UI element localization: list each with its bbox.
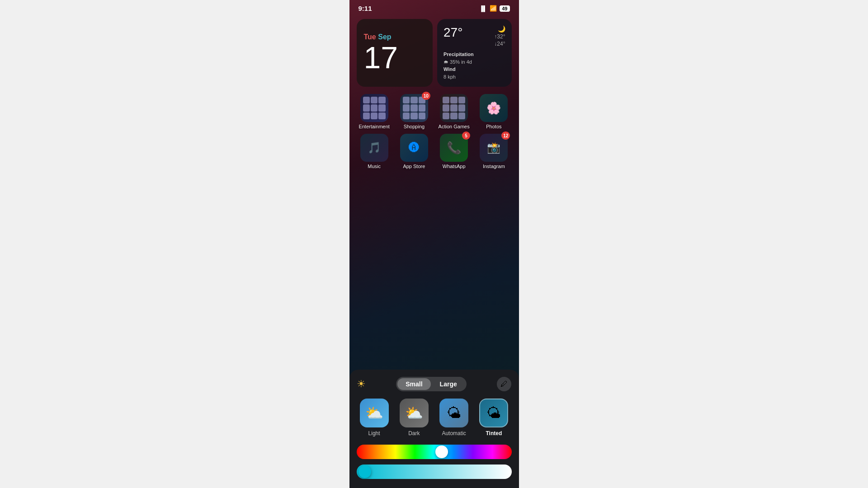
whatsapp-badge: 5 [462,131,470,140]
calendar-month-name: Sep [378,33,391,41]
bottom-panel: ☀ Small Large 🖊 ⛅ Light ⛅ [349,370,519,488]
style-tinted[interactable]: 🌤 Tinted [476,399,511,436]
panel-controls: ☀ Small Large 🖊 [357,377,512,391]
weather-wind: 8 kph [443,73,505,81]
calendar-day-name: Tue [364,33,376,41]
weather-details: Precipitation 🌧 35% in 4d Wind 8 kph [443,51,505,80]
style-dark[interactable]: ⛅ Dark [396,399,432,436]
app-entertainment[interactable]: Entertainment [357,94,392,129]
weather-temp-range: 🌙 ↑32° ↓24° [494,25,505,47]
phone-screen: 9:11 ▐▌ 📶 49 Tue Sep 17 27° [349,0,519,488]
app-icon-wrap-whatsapp: 📞 5 [440,134,468,162]
weather-high: ↑32° [494,33,505,40]
appstore-icon: 🅐 [400,134,428,162]
style-options: ⛅ Light ⛅ Dark 🌤 Automatic 🌤 [357,399,512,436]
status-icons: ▐▌ 📶 49 [479,5,509,12]
tinted-cloud-icon: 🌤 [486,405,501,422]
style-automatic[interactable]: 🌤 Automatic [436,399,472,436]
appstore-a-icon: 🅐 [409,141,420,154]
photos-flower-icon: 🌸 [486,101,501,115]
app-whatsapp[interactable]: 📞 5 WhatsApp [436,134,472,169]
tint-slider-thumb[interactable] [359,465,371,478]
calendar-widget[interactable]: Tue Sep 17 [357,19,433,87]
time-display: 9:11 [359,5,372,12]
style-light-icon: ⛅ [360,399,389,427]
style-tinted-label: Tinted [486,430,502,436]
music-note-icon: 🎵 [368,141,381,154]
app-label-action: Action Games [439,124,470,129]
app-action-games[interactable]: Action Games [436,94,472,129]
weather-temperature: 27° [443,25,462,40]
wifi-icon: 📶 [490,5,497,12]
app-label-photos: Photos [486,124,501,129]
app-music[interactable]: 🎵 Music [357,134,392,169]
photos-icon: 🌸 [480,94,508,122]
style-automatic-label: Automatic [442,430,466,436]
whatsapp-phone-icon: 📞 [447,141,461,155]
app-icon-wrap-photos: 🌸 [480,94,508,122]
app-label-shopping: Shopping [404,124,425,129]
app-label-whatsapp: WhatsApp [443,164,466,169]
shopping-badge: 10 [422,92,430,100]
music-icon: 🎵 [360,134,388,162]
instagram-badge: 12 [501,131,510,140]
signal-icon: ▐▌ [479,5,487,12]
calendar-day-number: 17 [364,42,426,73]
instagram-camera-icon: 📸 [487,141,500,154]
small-size-button[interactable]: Small [397,378,430,390]
eyedropper-icon: 🖊 [500,380,508,388]
light-cloud-icon: ⛅ [365,404,383,422]
weather-low: ↓24° [494,41,505,47]
style-light[interactable]: ⛅ Light [357,399,392,436]
style-dark-icon: ⛅ [400,399,429,427]
style-light-label: Light [368,430,380,436]
hue-slider[interactable] [357,445,512,459]
app-label-entertainment: Entertainment [359,124,389,129]
app-icon-wrap-shopping: 10 [400,94,428,122]
eyedropper-button[interactable]: 🖊 [497,377,511,391]
auto-cloud-icon: 🌤 [447,405,461,422]
weather-widget[interactable]: 27° 🌙 ↑32° ↓24° Precipitation 🌧 35% in 4… [437,19,512,87]
style-tinted-icon: 🌤 [479,399,508,427]
battery-indicator: 49 [500,5,509,12]
app-photos[interactable]: 🌸 Photos [476,94,511,129]
weather-top: 27° 🌙 ↑32° ↓24° [443,25,505,47]
app-label-appstore: App Store [403,164,425,169]
main-content: Tue Sep 17 27° 🌙 ↑32° ↓24° Precipitation [349,14,519,169]
size-toggle: Small Large [396,377,466,391]
app-grid: Entertainment 10 Shopping [357,94,512,169]
app-icon-wrap-music: 🎵 [360,134,388,162]
style-automatic-icon: 🌤 [439,399,468,427]
hue-slider-thumb[interactable] [435,446,448,458]
dark-cloud-icon: ⛅ [405,404,423,422]
app-shopping[interactable]: 10 Shopping [396,94,432,129]
app-instagram[interactable]: 📸 12 Instagram [476,134,511,169]
entertainment-icon [360,94,388,122]
sun-icon[interactable]: ☀ [357,378,366,390]
app-icon-wrap-action [440,94,468,122]
style-dark-label: Dark [408,430,420,436]
weather-precip: 35% in 4d [450,59,472,65]
large-size-button[interactable]: Large [432,378,465,390]
sliders-section [357,445,512,479]
precip-icon: 🌧 [443,59,450,65]
tint-slider[interactable] [357,465,512,479]
status-bar: 9:11 ▐▌ 📶 49 [349,0,519,14]
app-icon-wrap-instagram: 📸 12 [480,134,508,162]
app-label-instagram: Instagram [483,164,505,169]
app-label-music: Music [368,164,381,169]
app-icon-wrap-entertainment [360,94,388,122]
app-appstore[interactable]: 🅐 App Store [396,134,432,169]
app-icon-wrap-appstore: 🅐 [400,134,428,162]
widgets-row: Tue Sep 17 27° 🌙 ↑32° ↓24° Precipitation [357,19,512,87]
action-games-icon [440,94,468,122]
